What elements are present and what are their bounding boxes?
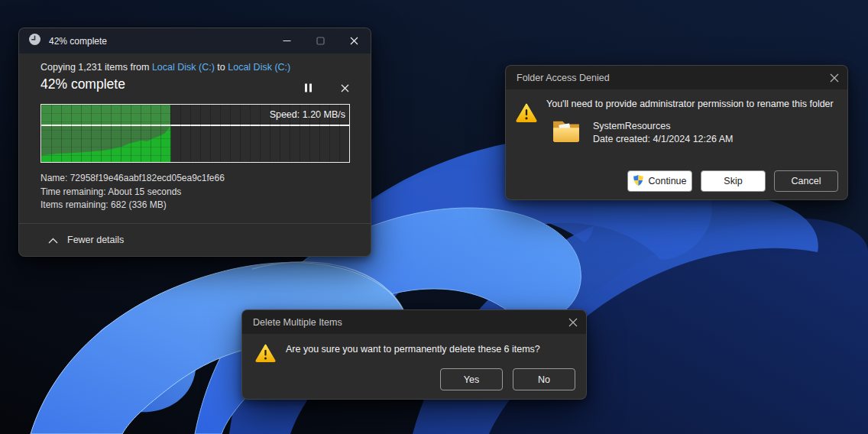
folder-icon	[552, 118, 581, 146]
speed-label: Speed: 1.20 MB/s	[270, 109, 345, 120]
pause-button[interactable]	[297, 79, 319, 97]
copy-progress-dialog: 42% complete Copying 1,231 items from Lo…	[18, 28, 371, 257]
delete-dialog-title: Delete Multiple Items	[253, 317, 342, 328]
copy-dialog-body: Copying 1,231 items from Local Disk (C:)…	[19, 53, 371, 257]
progress-fill	[41, 105, 170, 125]
delete-dialog-buttons: Yes No	[440, 368, 575, 390]
delete-dialog-body: Are you sure you want to permanently del…	[242, 334, 586, 400]
no-label: No	[538, 374, 550, 385]
desktop: 42% complete Copying 1,231 items from Lo…	[0, 0, 868, 434]
chevron-up-icon	[48, 233, 58, 247]
warning-icon	[516, 102, 537, 126]
skip-label: Skip	[724, 176, 742, 186]
delete-confirmation-dialog: Delete Multiple Items Are you sure you w…	[241, 309, 587, 400]
folder-access-denied-dialog: Folder Access Denied You'll need to prov…	[505, 65, 848, 200]
continue-button[interactable]: Continue	[627, 170, 692, 192]
fewer-details-toggle[interactable]: Fewer details	[48, 233, 124, 247]
yes-button[interactable]: Yes	[440, 368, 503, 390]
continue-label: Continue	[648, 176, 686, 186]
copy-dialog-title: 42% complete	[49, 36, 107, 47]
yes-label: Yes	[464, 374, 479, 385]
destination-disk-link: Local Disk (C:)	[228, 62, 290, 73]
pause-icon	[304, 83, 313, 92]
delete-dialog-close-button[interactable]	[560, 310, 586, 334]
close-icon	[350, 37, 358, 45]
close-icon	[830, 73, 839, 83]
detail-time-remaining: Time remaining: About 15 seconds	[40, 186, 225, 199]
speed-graph-wrap	[41, 126, 349, 162]
copying-prefix: Copying 1,231 items from	[40, 62, 152, 73]
folder-dialog-title: Folder Access Denied	[517, 73, 610, 83]
progress-bar: Speed: 1.20 MB/s	[41, 105, 349, 125]
folder-dialog-titlebar[interactable]: Folder Access Denied	[506, 66, 847, 89]
close-icon	[341, 84, 349, 92]
cancel-button[interactable]: Cancel	[774, 170, 838, 192]
maximize-icon	[316, 37, 325, 45]
folder-name: SystemResources	[593, 121, 670, 131]
folder-dialog-message: You'll need to provide administrator per…	[546, 99, 843, 109]
clock-icon	[28, 33, 41, 49]
copying-middle: to	[215, 62, 228, 73]
folder-dialog-body: You'll need to provide administrator per…	[506, 89, 847, 200]
copy-speed-chart: Speed: 1.20 MB/s	[40, 104, 350, 163]
no-button[interactable]: No	[513, 368, 575, 390]
uac-shield-icon	[633, 174, 644, 189]
fewer-details-label: Fewer details	[67, 235, 124, 245]
speed-graph	[41, 126, 349, 162]
detail-items-remaining: Items remaining: 682 (336 MB)	[40, 199, 225, 212]
copy-dialog-titlebar[interactable]: 42% complete	[19, 28, 371, 53]
delete-dialog-titlebar[interactable]: Delete Multiple Items	[242, 310, 586, 334]
maximize-button[interactable]	[303, 28, 337, 53]
window-controls	[270, 28, 371, 53]
close-icon	[568, 318, 578, 327]
progress-heading: 42% complete	[40, 76, 125, 92]
cancel-label: Cancel	[792, 176, 821, 186]
footer-separator	[19, 223, 371, 224]
close-button[interactable]	[337, 28, 371, 53]
copying-summary: Copying 1,231 items from Local Disk (C:)…	[40, 62, 290, 73]
minimize-button[interactable]	[270, 28, 303, 53]
folder-date-created: Date created: 4/1/2024 12:26 AM	[593, 134, 733, 144]
cancel-copy-button[interactable]	[334, 79, 355, 97]
folder-dialog-close-button[interactable]	[821, 66, 847, 89]
detail-name: Name: 72958f19e46aabf182ecd05ea9c1fe66	[40, 172, 225, 186]
source-disk-link: Local Disk (C:)	[152, 62, 215, 73]
delete-dialog-message: Are you sure you want to permanently del…	[286, 344, 540, 355]
folder-dialog-buttons: Continue Skip Cancel	[627, 170, 838, 192]
minimize-icon	[283, 37, 291, 45]
skip-button[interactable]: Skip	[701, 170, 766, 192]
copy-details: Name: 72958f19e46aabf182ecd05ea9c1fe66 T…	[40, 172, 225, 212]
warning-icon	[255, 343, 276, 366]
